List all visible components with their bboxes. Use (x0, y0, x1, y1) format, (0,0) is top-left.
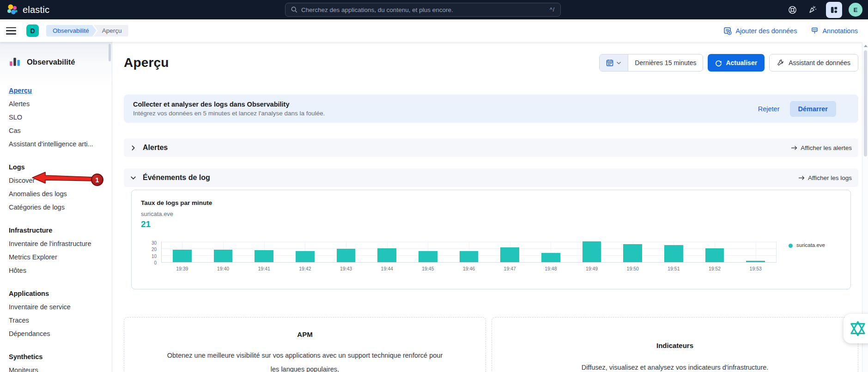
user-avatar[interactable]: E (849, 3, 862, 17)
x-label-19-47: 19:47 (489, 266, 530, 271)
bar-19-53[interactable] (746, 261, 765, 262)
sidebar-item-assistant-d-intelligence-arti[interactable]: Assistant d'intelligence arti... (9, 137, 107, 150)
chevron-down-icon (616, 60, 621, 66)
metrics-card-title: Indicateurs (492, 342, 858, 349)
bar-slot-19-50: 19:50 (612, 241, 653, 262)
time-range-picker[interactable]: Dernières 15 minutes (599, 54, 703, 72)
sidebar-app-header: Observabilité (9, 56, 107, 68)
sidebar-item-metrics-explorer[interactable]: Metrics Explorer (9, 250, 107, 264)
search-shortcut-hint: ^/ (550, 6, 555, 13)
scrollbar-thumb[interactable] (864, 50, 867, 156)
log-events-section-title: Événements de log (143, 174, 210, 182)
metrics-card-body: Diffusez, visualisez et analysez vos ind… (522, 360, 827, 372)
data-assistant-button[interactable]: Assistant de données (769, 54, 858, 72)
refresh-button[interactable]: Actualiser (708, 54, 765, 72)
annotation-arrow (30, 171, 96, 186)
elastic-logo[interactable]: elastic (6, 0, 49, 19)
show-alerts-link[interactable]: Afficher les alertes (791, 144, 852, 151)
menu-toggle-button[interactable] (6, 27, 16, 35)
alerts-accordion-toggle[interactable]: Alertes (130, 144, 168, 152)
bar-slot-19-39: 19:39 (162, 241, 203, 262)
chatgpt-extension-button[interactable] (844, 314, 868, 343)
help-button[interactable] (785, 3, 799, 17)
bar-19-39[interactable] (173, 250, 192, 262)
sidebar-item-slo[interactable]: SLO (9, 110, 107, 124)
apps-menu-button[interactable] (826, 2, 842, 18)
x-label-19-48: 19:48 (530, 266, 571, 271)
chevron-right-icon (130, 145, 136, 151)
sidebar-item-cas[interactable]: Cas (9, 124, 107, 137)
time-picker-calendar-segment[interactable] (600, 54, 628, 71)
dismiss-button[interactable]: Rejeter (758, 105, 780, 113)
time-range-value[interactable]: Dernières 15 minutes (628, 54, 703, 71)
x-label-19-40: 19:40 (203, 266, 244, 271)
sidebar-item-inventaire-de-l-infrastructure[interactable]: Inventaire de l'infrastructure (9, 237, 107, 250)
global-search[interactable]: ^/ (285, 3, 561, 17)
bar-19-43[interactable] (337, 249, 356, 262)
y-tick-20: 20 (152, 247, 157, 252)
sidebar-item-inventaire-de-service[interactable]: Inventaire de service (9, 300, 107, 313)
bar-slot-19-53: 19:53 (735, 241, 776, 262)
header-bar: D Observabilité Aperçu Ajouter des donné… (0, 19, 868, 42)
bar-slot-19-49: 19:49 (571, 241, 613, 262)
y-tick-30: 30 (152, 240, 157, 245)
bar-19-45[interactable] (419, 251, 437, 262)
bar-19-48[interactable] (541, 253, 560, 262)
sidebar-item-alertes[interactable]: Alertes (9, 97, 107, 110)
bar-19-41[interactable] (255, 250, 273, 262)
bar-slot-19-44: 19:44 (366, 241, 407, 262)
party-popper-icon (808, 5, 817, 14)
news-button[interactable] (806, 3, 819, 17)
breadcrumb-observabilite[interactable]: Observabilité (46, 25, 97, 36)
bar-19-40[interactable] (214, 250, 233, 262)
annotations-icon (811, 27, 819, 35)
breadcrumb-apercu: Aperçu (94, 25, 128, 36)
bar-19-52[interactable] (705, 248, 724, 262)
chart-plot-area: 19:3919:4019:4119:4219:4319:4419:4519:46… (161, 241, 777, 263)
scrollbar-up-arrow[interactable] (864, 45, 868, 47)
bar-slot-19-43: 19:43 (326, 241, 367, 262)
bar-19-47[interactable] (500, 247, 519, 262)
avatar-initial: E (853, 6, 857, 13)
sidebar-scrollbar[interactable] (109, 44, 111, 61)
sidebar-item-anomalies-des-logs[interactable]: Anomalies des logs (9, 187, 107, 200)
bar-19-42[interactable] (296, 251, 315, 262)
bar-19-50[interactable] (623, 244, 642, 262)
elastic-logo-icon (6, 4, 18, 16)
x-label-19-46: 19:46 (449, 266, 490, 271)
sidebar-item-apercu[interactable]: Aperçu (9, 84, 107, 97)
x-label-19-41: 19:41 (243, 266, 285, 271)
wrench-icon (777, 59, 784, 66)
chevron-down-icon (130, 175, 136, 181)
refresh-label: Actualiser (726, 59, 757, 66)
start-button[interactable]: Démarrer (790, 101, 837, 117)
legend-dot (789, 244, 793, 248)
search-input[interactable] (301, 6, 546, 13)
sidebar-item-hotes[interactable]: Hôtes (9, 264, 107, 277)
log-events-accordion-toggle[interactable]: Événements de log (130, 174, 210, 182)
show-logs-link[interactable]: Afficher les logs (798, 174, 852, 181)
sidebar-group-applications: Applications (9, 287, 107, 300)
add-data-icon (723, 27, 732, 35)
sidebar-item-categories-de-logs[interactable]: Catégories de logs (9, 200, 107, 214)
main-content: Aperçu (112, 42, 868, 372)
add-data-button[interactable]: Ajouter des données (723, 27, 797, 35)
chart-legend[interactable]: suricata.eve (777, 241, 841, 263)
apps-grid-icon (830, 6, 838, 14)
sidebar-item-traces[interactable]: Traces (9, 313, 107, 327)
log-rate-chart-panel: Taux de logs par minute suricata.eve 21 … (131, 190, 851, 289)
bar-19-49[interactable] (583, 241, 601, 262)
sidebar-item-moniteurs[interactable]: Moniteurs (9, 363, 107, 372)
breadcrumb: Observabilité Aperçu (46, 25, 128, 36)
bar-19-44[interactable] (377, 248, 396, 262)
legend-label: suricata.eve (796, 242, 825, 248)
show-logs-label: Afficher les logs (808, 174, 852, 181)
y-tick-0: 0 (154, 260, 157, 265)
bar-19-46[interactable] (460, 251, 479, 262)
space-badge[interactable]: D (26, 24, 39, 37)
y-tick-10: 10 (152, 253, 157, 258)
sidebar-item-dependances[interactable]: Dépendances (9, 327, 107, 340)
calendar-icon (606, 59, 613, 66)
annotations-button[interactable]: Annotations (811, 27, 858, 35)
bar-19-51[interactable] (664, 245, 683, 262)
